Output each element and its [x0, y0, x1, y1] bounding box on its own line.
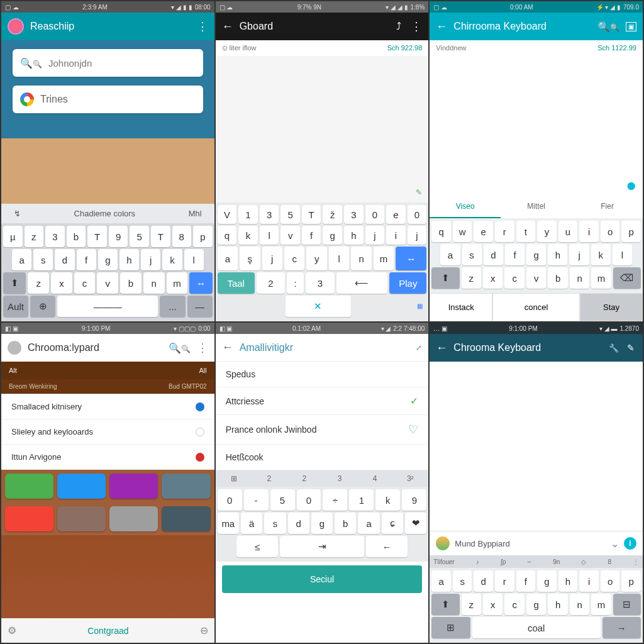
- key[interactable]: q: [431, 221, 451, 242]
- key[interactable]: x: [483, 267, 502, 289]
- back-icon[interactable]: [222, 21, 233, 32]
- search-icon[interactable]: 🔧: [609, 343, 619, 353]
- next-icon[interactable]: ⊖: [200, 625, 208, 636]
- key[interactable]: c: [74, 272, 96, 294]
- key[interactable]: f: [516, 570, 536, 592]
- key[interactable]: µ: [3, 226, 23, 247]
- key[interactable]: g: [526, 594, 546, 615]
- key[interactable]: 1: [349, 489, 374, 511]
- key[interactable]: ❤: [405, 513, 426, 534]
- key[interactable]: 1: [238, 205, 258, 224]
- back-icon[interactable]: [436, 342, 447, 353]
- key[interactable]: ä: [241, 513, 262, 534]
- settings-icon[interactable]: ⚙: [8, 625, 16, 636]
- key[interactable]: ž: [323, 205, 342, 224]
- key[interactable]: s: [33, 249, 53, 270]
- share-icon[interactable]: [393, 21, 404, 32]
- key[interactable]: ma: [218, 513, 239, 534]
- edit-icon[interactable]: [625, 342, 636, 353]
- key[interactable]: e: [386, 205, 406, 224]
- key[interactable]: n: [351, 247, 371, 270]
- enter-key[interactable]: →: [602, 617, 641, 638]
- key[interactable]: s: [264, 513, 286, 534]
- key[interactable]: 0: [365, 205, 385, 224]
- key[interactable]: m: [591, 594, 611, 615]
- cancel-button[interactable]: concel: [492, 293, 580, 321]
- action-key[interactable]: ↔: [189, 272, 212, 294]
- key[interactable]: l: [184, 249, 204, 270]
- key[interactable]: h: [344, 226, 364, 245]
- key[interactable]: s: [453, 570, 472, 592]
- key[interactable]: T: [87, 226, 107, 247]
- key[interactable]: v: [97, 272, 118, 294]
- attach-icon[interactable]: ⌄: [611, 538, 619, 550]
- key[interactable]: p: [621, 570, 641, 592]
- key[interactable]: v: [280, 226, 300, 245]
- key[interactable]: j: [262, 247, 282, 270]
- key[interactable]: a: [440, 244, 460, 265]
- key[interactable]: j: [408, 226, 427, 245]
- edit-icon[interactable]: [416, 186, 422, 197]
- list-item[interactable]: Ittun Arvigone: [1, 445, 214, 470]
- key[interactable]: m: [591, 267, 611, 289]
- key[interactable]: h: [558, 570, 578, 592]
- theme-swatch[interactable]: [57, 506, 106, 531]
- tab-2[interactable]: Mittel: [501, 196, 572, 218]
- key[interactable]: m: [167, 272, 188, 294]
- key[interactable]: p: [621, 221, 641, 242]
- key[interactable]: l: [260, 226, 279, 245]
- fab-icon[interactable]: [627, 179, 635, 191]
- key[interactable]: l: [613, 244, 632, 265]
- tab-1[interactable]: Viseo: [430, 196, 501, 218]
- key[interactable]: j: [141, 249, 160, 270]
- account-icon[interactable]: ▣: [626, 22, 636, 31]
- stay-button[interactable]: Stay: [580, 293, 643, 321]
- key[interactable]: c: [284, 247, 304, 270]
- key[interactable]: y: [306, 247, 326, 270]
- key[interactable]: 0: [297, 489, 321, 511]
- key[interactable]: 8: [172, 226, 192, 247]
- key[interactable]: T: [302, 205, 321, 224]
- list-item[interactable]: Attcriesse: [216, 387, 429, 415]
- key[interactable]: n: [570, 267, 589, 289]
- key[interactable]: 5: [270, 489, 295, 511]
- install-button[interactable]: Instack: [430, 293, 492, 321]
- action-key[interactable]: ↔: [396, 247, 426, 270]
- key[interactable]: t: [516, 221, 536, 242]
- key[interactable]: g: [323, 226, 342, 245]
- key[interactable]: d: [474, 570, 493, 592]
- key[interactable]: g: [98, 249, 118, 270]
- key[interactable]: z: [462, 594, 481, 615]
- key[interactable]: ş: [240, 247, 260, 270]
- key[interactable]: y: [537, 221, 557, 242]
- key[interactable]: h: [119, 249, 139, 270]
- bottom-label[interactable]: Contgraad: [23, 626, 194, 636]
- menu-icon[interactable]: [197, 342, 208, 353]
- key[interactable]: f: [302, 226, 321, 245]
- info-icon[interactable]: [624, 537, 636, 550]
- share-icon[interactable]: ⤢: [416, 343, 422, 352]
- search-icon[interactable]: 🔍: [169, 342, 191, 354]
- suggestion-box[interactable]: Trines: [13, 86, 203, 113]
- key[interactable]: ɕ: [382, 513, 403, 534]
- text-area[interactable]: [430, 55, 643, 196]
- theme-swatch[interactable]: [5, 474, 53, 499]
- menu-icon[interactable]: [411, 21, 422, 32]
- key[interactable]: r: [495, 221, 514, 242]
- key[interactable]: b: [67, 226, 86, 247]
- key[interactable]: 0: [218, 489, 242, 511]
- key[interactable]: l: [329, 247, 349, 270]
- key[interactable]: 9: [109, 226, 128, 247]
- key[interactable]: k: [375, 489, 400, 511]
- list-item[interactable]: Smallaced kitnisery: [1, 394, 214, 419]
- key[interactable]: a: [358, 513, 379, 534]
- close-key[interactable]: ✕: [286, 296, 352, 317]
- list-item[interactable]: Hetßcook: [216, 445, 429, 470]
- key[interactable]: d: [484, 244, 503, 265]
- key[interactable]: a: [12, 249, 31, 270]
- key[interactable]: r: [495, 570, 514, 592]
- key[interactable]: 5: [280, 205, 300, 224]
- theme-swatch[interactable]: [162, 474, 210, 499]
- key[interactable]: ÷: [323, 489, 347, 511]
- key[interactable]: c: [504, 594, 524, 615]
